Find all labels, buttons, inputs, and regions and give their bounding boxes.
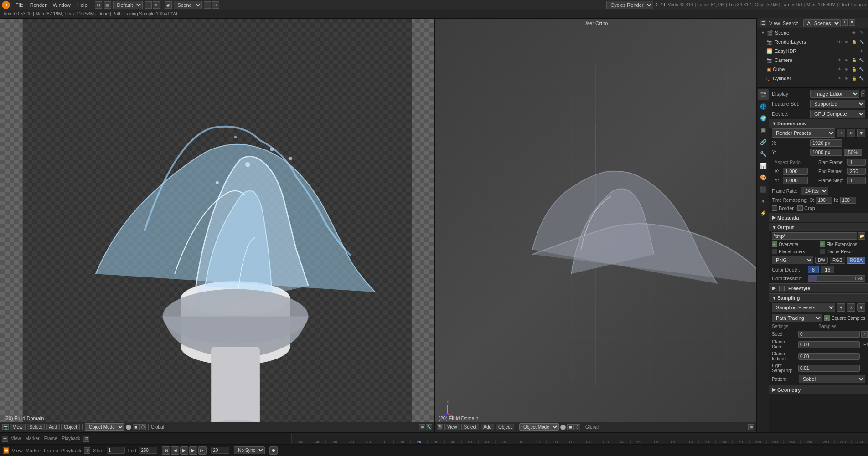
next-frame-btn[interactable]: ▶ [189, 446, 197, 455]
vt-right-add[interactable]: Add [480, 424, 494, 430]
scene-type-icon[interactable]: ◉ [165, 1, 172, 9]
aspect-y-input[interactable] [783, 177, 808, 184]
clamp-indirect-input[interactable] [798, 353, 860, 360]
status-editor-icon[interactable]: ⏩ [3, 447, 9, 454]
tab-particles[interactable]: ⁕ [758, 196, 769, 207]
rgb-btn[interactable]: RGB [830, 257, 845, 264]
sampling-presets-add-icon[interactable]: + [837, 303, 845, 312]
scene-name-select[interactable]: Scene [174, 1, 202, 9]
outliner-item-camera[interactable]: 📷 Camera 👁 ⊕ 🔒 🔧 [757, 56, 868, 65]
editor-toggle-icon[interactable]: ▤ [104, 1, 111, 9]
cube-vis-4[interactable]: 🔧 [858, 66, 864, 72]
cache-result-checkbox[interactable] [820, 249, 825, 254]
res-percent-btn[interactable]: 50% [844, 149, 862, 156]
dimensions-header[interactable]: ▼ Dimensions [769, 119, 868, 128]
n-input[interactable] [840, 197, 856, 204]
vt-left-editor-icon[interactable]: 📷 [2, 424, 9, 430]
vt-left-add[interactable]: Add [46, 424, 60, 430]
depth-16-btn[interactable]: 16 [821, 266, 834, 273]
res-y-input[interactable] [810, 149, 842, 156]
cam-vis-3[interactable]: 🔒 [851, 57, 857, 63]
freestyle-header[interactable]: ▶ Freestyle [769, 283, 868, 292]
scene-add-icon[interactable]: + [204, 1, 211, 9]
filename-input[interactable] [772, 232, 857, 240]
vt-right-solid[interactable]: ◼ [567, 424, 574, 430]
vt-left-dot1[interactable] [126, 425, 131, 430]
tab-scene[interactable]: 🌐 [758, 101, 769, 112]
layout-add-icon[interactable]: + [145, 1, 152, 9]
vt-right-object[interactable]: Object [496, 424, 514, 430]
output-header[interactable]: ▼ Output [769, 223, 868, 231]
end-frame-input[interactable] [847, 168, 866, 175]
scene-del-icon[interactable]: × [212, 1, 219, 9]
outliner-opts-icon[interactable]: ▼ [849, 19, 855, 26]
rl-vis-2[interactable]: ⊕ [843, 39, 850, 45]
o-input[interactable] [816, 197, 832, 204]
tab-physics[interactable]: ⚡ [758, 208, 769, 219]
outliner-add-icon[interactable]: + [842, 19, 848, 26]
menu-file[interactable]: File [13, 1, 26, 9]
outliner-item-cylinder[interactable]: ⬡ Cylinder 👁 ⊕ 🔒 🔧 [757, 74, 868, 83]
tab-data[interactable]: 📊 [758, 160, 769, 171]
play-btn[interactable]: ▶ [180, 446, 188, 455]
cyl-vis-1[interactable]: 👁 [836, 75, 842, 82]
vt-right-wire[interactable]: ⬡ [574, 424, 580, 430]
scene-select[interactable]: Default [113, 1, 143, 9]
cube-vis-1[interactable]: 👁 [836, 66, 842, 72]
rl-vis-4[interactable]: 🔧 [858, 39, 864, 45]
crop-checkbox[interactable] [797, 205, 803, 211]
display-select[interactable]: Image Editor [810, 90, 859, 98]
border-checkbox[interactable] [772, 205, 777, 211]
vt-snap-icon[interactable]: 🔧 [426, 424, 432, 430]
outliner-item-cube[interactable]: ▣ Cube 👁 ⊕ 🔒 🔧 [757, 65, 868, 74]
cube-vis-2[interactable]: ⊕ [843, 66, 850, 72]
vt-left-global[interactable]: Global [151, 425, 164, 430]
sampling-header[interactable]: ▼ Sampling [769, 293, 868, 302]
aspect-x-input[interactable] [783, 168, 808, 175]
sampling-presets-select[interactable]: Sampling Presets [772, 303, 835, 312]
rgba-btn[interactable]: RGBA [847, 257, 865, 264]
format-select[interactable]: PNG [772, 256, 813, 264]
vt-left-mode-select[interactable]: Object Mode [85, 423, 124, 431]
rl-vis-3[interactable]: 🔒 [851, 39, 857, 45]
outliner-item-easyhdr[interactable]: 🌅 EasyHDR 👁 [757, 46, 868, 56]
vt-left-view[interactable]: View [10, 424, 26, 430]
menu-help[interactable]: Help [74, 1, 90, 9]
vt-right-dot[interactable] [560, 425, 566, 430]
sampling-presets-menu-icon[interactable]: ▼ [857, 303, 865, 312]
vt-right-global[interactable]: Global [585, 425, 599, 430]
prev-keyframe-btn[interactable]: ⏮ [162, 446, 170, 455]
menu-window[interactable]: Window [50, 1, 73, 9]
cam-vis-4[interactable]: 🔧 [858, 57, 864, 63]
tab-material[interactable]: 🎨 [758, 172, 769, 183]
vt-solid-icon[interactable]: ◼ [133, 424, 139, 430]
layout-del-icon[interactable]: × [153, 1, 160, 9]
display-add-icon[interactable]: + [861, 90, 865, 97]
render-presets-add-icon[interactable]: + [837, 129, 845, 137]
metadata-header[interactable]: ▶ Metadata [769, 213, 868, 222]
tab-object[interactable]: ▣ [758, 125, 769, 136]
cyl-vis-4[interactable]: 🔧 [858, 75, 864, 82]
sampling-presets-del-icon[interactable]: × [847, 303, 855, 312]
vt-right-editor-icon[interactable]: 🎬 [437, 424, 443, 430]
start-frame-input[interactable] [847, 159, 866, 166]
seed-random-icon[interactable]: ↺ [861, 331, 868, 338]
rl-vis-1[interactable]: 👁 [836, 39, 842, 45]
cam-vis-1[interactable]: 👁 [836, 57, 842, 63]
sync-icon[interactable]: ⏱ [83, 436, 89, 442]
compression-slider[interactable]: 15% [808, 275, 865, 282]
vt-right-pivot[interactable]: ⊕ [748, 424, 754, 430]
render-engine-select[interactable]: Cycles Render [606, 1, 653, 9]
blender-logo-icon[interactable]: B [2, 1, 10, 9]
tab-render[interactable]: 🎬 [758, 89, 769, 100]
depth-8-btn[interactable]: 8 [808, 266, 819, 273]
outliner-item-renderlayers[interactable]: 📷 RenderLayers 👁 ⊕ 🔒 🔧 [757, 37, 868, 46]
square-samples-checkbox[interactable]: ✓ [824, 315, 830, 321]
end-frame-bar-input[interactable] [139, 447, 157, 454]
vt-pivot-icon[interactable]: ⊕ [419, 424, 425, 430]
vt-left-object[interactable]: Object [61, 424, 80, 430]
cube-vis-3[interactable]: 🔒 [851, 66, 857, 72]
framerate-select[interactable]: 24 fps [801, 187, 828, 195]
start-frame-bar-input[interactable] [107, 447, 125, 454]
prev-frame-btn[interactable]: ◀ [171, 446, 179, 455]
